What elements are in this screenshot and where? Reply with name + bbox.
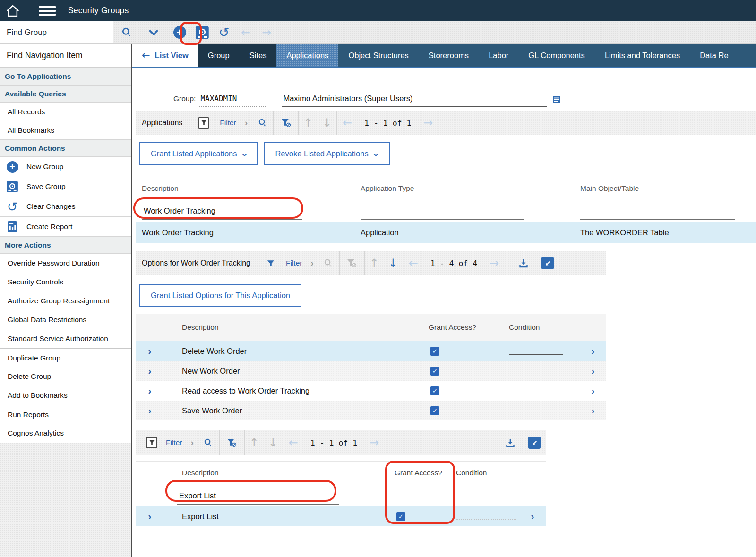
clear-filter-icon[interactable] — [220, 430, 244, 455]
search-rows-icon[interactable] — [198, 430, 219, 455]
row-detail-icon[interactable]: › — [580, 345, 606, 357]
tab-storerooms[interactable]: Storerooms — [419, 44, 479, 67]
tab-list-view[interactable]: ← List View — [132, 44, 198, 67]
tab-sites[interactable]: Sites — [240, 44, 277, 67]
grant-access-checkbox[interactable]: ✓ — [430, 386, 439, 395]
filter-table-icon[interactable] — [260, 251, 281, 275]
column-description[interactable]: Description — [142, 184, 361, 193]
filter-table-icon[interactable] — [142, 430, 161, 455]
row-detail-icon[interactable]: › — [580, 365, 606, 377]
download-icon[interactable] — [511, 251, 536, 275]
find-navigation-input[interactable]: Find Navigation Item — [0, 44, 131, 68]
filter-expand-icon[interactable]: › — [245, 118, 248, 128]
action-standard-service-authorization[interactable]: Standard Service Authorization — [0, 329, 131, 348]
sig-option-row[interactable]: › Export List ✓ › — [136, 506, 546, 526]
tab-labor[interactable]: Labor — [479, 44, 518, 67]
row-detail-icon[interactable]: › — [580, 385, 606, 396]
clear-filter-icon[interactable] — [274, 111, 298, 135]
grant-access-checkbox[interactable]: ✓ — [396, 512, 405, 521]
grant-access-checkbox[interactable]: ✓ — [430, 347, 439, 356]
next-row-icon[interactable]: ↓ — [318, 117, 336, 129]
tab-limits-and-tolerances[interactable]: Limits and Tolerances — [595, 44, 690, 67]
previous-record-icon[interactable]: ← — [235, 21, 256, 43]
next-page-icon[interactable]: → — [418, 111, 438, 135]
tab-group[interactable]: Group — [198, 44, 240, 67]
option-row-save-work-order[interactable]: ›Save Work Order✓› — [136, 401, 606, 420]
action-duplicate-group[interactable]: Duplicate Group — [0, 348, 131, 367]
filter-expand-icon[interactable]: › — [310, 258, 313, 268]
sidebar-item-go-to-applications[interactable]: Go To Applications — [0, 68, 131, 85]
column-application-type[interactable]: Application Type — [361, 184, 580, 193]
action-new-group[interactable]: +New Group — [0, 157, 131, 177]
collapse-table-icon[interactable] — [536, 251, 559, 275]
search-rows-icon[interactable] — [251, 111, 273, 135]
description-filter-input[interactable]: Export List — [177, 489, 339, 505]
action-create-report[interactable]: Create Report — [0, 216, 131, 236]
next-page-icon[interactable]: → — [484, 251, 505, 275]
row-expand-icon[interactable]: › — [136, 365, 164, 377]
option-row-delete-work-order[interactable]: ›Delete Work Order✓› — [136, 341, 606, 361]
menu-icon[interactable] — [39, 4, 56, 17]
row-detail-icon[interactable]: › — [519, 511, 546, 522]
application-type-filter-input[interactable] — [361, 204, 524, 220]
query-all-bookmarks[interactable]: All Bookmarks — [0, 121, 131, 139]
filter-link[interactable]: Filter — [220, 119, 236, 127]
condition-field[interactable] — [509, 345, 563, 355]
tab-data-re[interactable]: Data Re — [690, 44, 739, 67]
previous-row-icon[interactable]: ↑ — [365, 257, 384, 269]
group-description-field[interactable]: Maximo Administrators (Super Users) — [282, 94, 547, 107]
action-add-to-bookmarks[interactable]: Add to Bookmarks — [0, 386, 131, 405]
chevron-down-icon[interactable] — [140, 21, 167, 43]
previous-row-icon[interactable]: ↑ — [245, 437, 264, 448]
long-description-icon[interactable] — [552, 95, 561, 104]
action-global-data-restrictions[interactable]: Global Data Restrictions — [0, 310, 131, 329]
collapse-table-icon[interactable] — [523, 430, 546, 455]
download-icon[interactable] — [498, 430, 523, 455]
action-save-group[interactable]: Save Group — [0, 177, 131, 197]
filter-link[interactable]: Filter — [286, 259, 302, 267]
tab-object-structures[interactable]: Object Structures — [338, 44, 418, 67]
action-run-reports[interactable]: Run Reports — [0, 405, 131, 424]
option-row-read-access-to-work-order-tracking[interactable]: ›Read access to Work Order Tracking✓› — [136, 381, 606, 401]
action-override-password-duration[interactable]: Override Password Duration — [0, 254, 131, 273]
tab-applications[interactable]: Applications — [276, 44, 338, 67]
previous-page-icon[interactable]: ← — [403, 251, 424, 275]
find-group-input[interactable]: Find Group — [0, 21, 113, 43]
search-rows-icon[interactable] — [318, 251, 339, 275]
description-filter-input[interactable]: Work Order Tracking — [142, 204, 302, 220]
filter-expand-icon[interactable]: › — [190, 437, 193, 448]
row-expand-icon[interactable]: › — [136, 385, 164, 396]
previous-page-icon[interactable]: ← — [337, 111, 358, 135]
application-row[interactable]: Work Order Tracking Application The WORK… — [136, 222, 756, 243]
tab-gl-components[interactable]: GL Components — [518, 44, 595, 67]
row-expand-icon[interactable]: › — [136, 511, 164, 522]
grant-listed-options-button[interactable]: Grant Listed Options for This Applicatio… — [139, 284, 301, 307]
group-name-field[interactable]: MAXADMIN — [199, 94, 266, 107]
next-row-icon[interactable]: ↓ — [264, 437, 283, 448]
search-icon[interactable] — [113, 21, 140, 43]
action-delete-group[interactable]: Delete Group — [0, 367, 131, 386]
next-row-icon[interactable]: ↓ — [384, 257, 403, 269]
condition-field[interactable] — [456, 511, 516, 520]
clear-changes-icon[interactable]: ↺ — [213, 21, 235, 43]
save-icon[interactable] — [192, 21, 213, 43]
new-record-icon[interactable]: + — [167, 21, 192, 43]
home-icon[interactable] — [0, 4, 26, 17]
row-expand-icon[interactable]: › — [136, 405, 164, 416]
grant-access-checkbox[interactable]: ✓ — [430, 367, 439, 376]
previous-row-icon[interactable]: ↑ — [299, 117, 318, 129]
filter-table-icon[interactable] — [192, 111, 215, 135]
action-security-controls[interactable]: Security Controls — [0, 273, 131, 291]
next-page-icon[interactable]: → — [364, 430, 385, 455]
grant-access-checkbox[interactable]: ✓ — [430, 406, 439, 415]
previous-page-icon[interactable]: ← — [283, 430, 304, 455]
next-record-icon[interactable]: → — [256, 21, 277, 43]
action-clear-changes[interactable]: ↺Clear Changes — [0, 197, 131, 216]
main-object-filter-input[interactable] — [580, 204, 735, 220]
filter-link[interactable]: Filter — [166, 438, 182, 447]
grant-listed-applications-button[interactable]: Grant Listed Applications ⌄ — [139, 142, 258, 165]
revoke-listed-applications-button[interactable]: Revoke Listed Applications ⌄ — [264, 142, 389, 165]
action-cognos-analytics[interactable]: Cognos Analytics — [0, 424, 131, 443]
row-expand-icon[interactable]: › — [136, 345, 164, 357]
column-main-object[interactable]: Main Object/Table — [580, 184, 756, 193]
